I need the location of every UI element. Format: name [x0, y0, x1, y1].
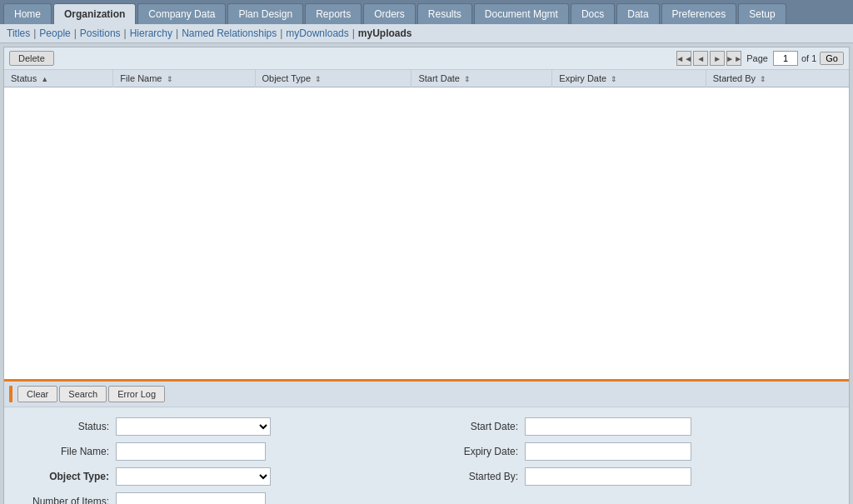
expirydate-input[interactable]	[525, 442, 691, 461]
pagination-controls: ◄◄ ◄ ► ►► Page of 1 Go	[676, 51, 844, 66]
filename-field-row: File Name:	[17, 442, 410, 461]
filename-input[interactable]	[116, 442, 266, 461]
top-nav-tab-orders[interactable]: Orders	[363, 3, 416, 24]
sub-nav-item-named-relationships[interactable]: Named Relationships	[182, 27, 277, 39]
page-label: Page	[746, 53, 768, 63]
sub-nav-item-people[interactable]: People	[39, 27, 70, 39]
last-page-button[interactable]: ►►	[726, 51, 741, 66]
sub-nav-separator: |	[280, 27, 282, 39]
page-input[interactable]	[773, 51, 798, 66]
objecttype-select[interactable]: Type 1	[116, 467, 271, 486]
startedby-label: Started By:	[443, 471, 518, 482]
search-panel: Clear Search Error Log Status: Active In…	[4, 382, 849, 504]
objecttype-label: Object Type:	[17, 471, 109, 482]
sub-navigation: Titles | People | Positions | Hierarchy …	[0, 24, 853, 43]
startdate-input[interactable]	[525, 417, 691, 436]
orange-accent-bar	[9, 386, 12, 402]
sort-arrow-expirydate: ⇕	[611, 75, 617, 83]
status-select[interactable]: Active Inactive	[116, 417, 271, 436]
expirydate-label: Expiry Date:	[443, 446, 518, 457]
top-navigation: HomeOrganizationCompany DataPlan DesignR…	[0, 0, 853, 24]
table-header-row: Status ▲ File Name ⇕ Object Type ⇕ Start…	[4, 70, 849, 87]
top-nav-tab-setup[interactable]: Setup	[738, 3, 786, 24]
prev-page-button[interactable]: ◄	[693, 51, 708, 66]
status-label: Status:	[17, 421, 109, 432]
sort-arrow-startedby: ⇕	[760, 75, 766, 83]
search-button[interactable]: Search	[59, 386, 107, 402]
go-button[interactable]: Go	[820, 52, 844, 65]
top-nav-tab-organization[interactable]: Organization	[53, 3, 136, 24]
toolbar-row: Delete ◄◄ ◄ ► ►► Page of 1 Go	[4, 47, 849, 70]
sub-nav-item-titles[interactable]: Titles	[7, 27, 30, 39]
status-field-row: Status: Active Inactive	[17, 417, 410, 436]
top-nav-tab-plan-design[interactable]: Plan Design	[227, 3, 303, 24]
sub-nav-separator: |	[124, 27, 127, 39]
sub-nav-item-mydownloads[interactable]: myDownloads	[286, 27, 348, 39]
search-toolbar: Clear Search Error Log	[4, 382, 849, 407]
startedby-field-row: Started By:	[443, 467, 836, 486]
numitems-field-row: Number of Items:	[17, 492, 410, 504]
toolbar-left: Delete	[9, 51, 54, 66]
next-page-button[interactable]: ►	[710, 51, 725, 66]
error-log-button[interactable]: Error Log	[108, 386, 165, 402]
numitems-label: Number of Items:	[17, 496, 109, 504]
col-start-date[interactable]: Start Date ⇕	[412, 70, 552, 87]
objecttype-field-row: Object Type: Type 1	[17, 467, 410, 486]
filename-label: File Name:	[17, 446, 109, 457]
sub-nav-separator: |	[176, 27, 178, 39]
main-content-area: Delete ◄◄ ◄ ► ►► Page of 1 Go Status ▲	[3, 47, 850, 504]
sort-arrow-status: ▲	[41, 75, 48, 83]
top-nav-tab-docs[interactable]: Docs	[571, 3, 615, 24]
startdate-field-row: Start Date:	[443, 417, 836, 436]
sub-nav-item-positions[interactable]: Positions	[80, 27, 121, 39]
search-form-left: Status: Active Inactive File Name: Objec…	[17, 417, 410, 504]
first-page-button[interactable]: ◄◄	[676, 51, 691, 66]
sort-arrow-startdate: ⇕	[464, 75, 471, 83]
sub-nav-item-myuploads[interactable]: myUploads	[358, 27, 412, 39]
sub-nav-separator: |	[33, 27, 36, 39]
clear-button[interactable]: Clear	[17, 386, 57, 402]
data-table-wrapper: Status ▲ File Name ⇕ Object Type ⇕ Start…	[4, 70, 849, 379]
top-nav-tab-reports[interactable]: Reports	[305, 3, 362, 24]
col-started-by[interactable]: Started By ⇕	[706, 70, 849, 87]
top-nav-tab-document-mgmt[interactable]: Document Mgmt	[474, 3, 569, 24]
sub-nav-separator: |	[352, 27, 355, 39]
top-nav-tab-results[interactable]: Results	[417, 3, 472, 24]
col-expiry-date[interactable]: Expiry Date ⇕	[552, 70, 706, 87]
startedby-input[interactable]	[525, 467, 691, 486]
top-nav-tab-home[interactable]: Home	[3, 3, 52, 24]
numitems-input[interactable]	[116, 492, 266, 504]
top-nav-tab-data[interactable]: Data	[616, 3, 659, 24]
sort-arrow-objecttype: ⇕	[315, 75, 322, 83]
sort-arrow-filename: ⇕	[167, 75, 173, 83]
top-nav-tab-company-data[interactable]: Company Data	[137, 3, 226, 24]
delete-button[interactable]: Delete	[9, 51, 54, 66]
col-file-name[interactable]: File Name ⇕	[113, 70, 255, 87]
sub-nav-separator: |	[74, 27, 77, 39]
search-form: Status: Active Inactive File Name: Objec…	[4, 407, 849, 504]
expirydate-field-row: Expiry Date:	[443, 442, 836, 461]
col-object-type[interactable]: Object Type ⇕	[255, 70, 412, 87]
col-status[interactable]: Status ▲	[4, 70, 113, 87]
startdate-label: Start Date:	[443, 421, 518, 432]
search-form-right: Start Date: Expiry Date: Started By:	[410, 417, 836, 504]
page-of-label: of 1	[801, 53, 816, 63]
data-table: Status ▲ File Name ⇕ Object Type ⇕ Start…	[4, 70, 849, 87]
top-nav-tab-preferences[interactable]: Preferences	[661, 3, 737, 24]
sub-nav-item-hierarchy[interactable]: Hierarchy	[130, 27, 172, 39]
